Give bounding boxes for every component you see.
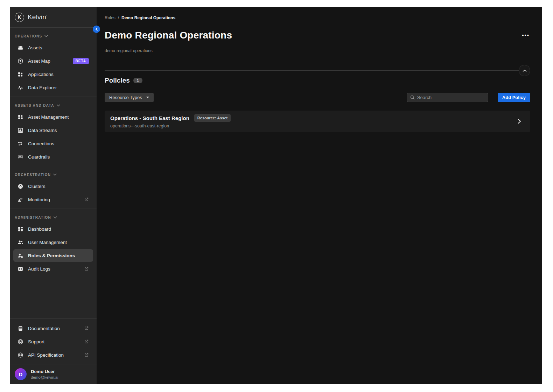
sidebar-item-assets[interactable]: Assets <box>13 41 93 54</box>
chevron-up-icon <box>523 69 527 72</box>
sidebar-item-label: Data Streams <box>28 128 57 133</box>
user-name: Demo User <box>31 369 58 374</box>
main-content: Roles / Demo Regional Operations Demo Re… <box>97 7 542 384</box>
policy-slug: operations---south-east-region <box>110 124 231 128</box>
sidebar-item-api-specification[interactable]: API Specification <box>13 349 93 361</box>
breadcrumb: Roles / Demo Regional Operations <box>105 15 530 20</box>
external-link-icon <box>84 352 89 357</box>
external-link-icon <box>84 197 89 202</box>
user-gear-icon <box>18 253 23 259</box>
sidebar-footer: Documentation Support <box>10 318 97 384</box>
sidebar-item-data-explorer[interactable]: Data Explorer <box>13 81 93 94</box>
breadcrumb-roles-link[interactable]: Roles <box>105 15 115 20</box>
sidebar-item-asset-management[interactable]: Asset Management <box>13 111 93 123</box>
app-window: 'K Kelvin° OPERATIONS Assets Asset Map <box>10 7 542 384</box>
monitoring-chart-icon <box>18 197 23 203</box>
toolbar-separator <box>493 91 493 104</box>
sidebar-item-label: Assets <box>28 45 42 50</box>
section-header-operations[interactable]: OPERATIONS <box>10 32 97 40</box>
breadcrumb-current: Demo Regional Operations <box>121 15 175 20</box>
sidebar-item-guardrails[interactable]: Guardrails <box>13 150 93 163</box>
page-title: Demo Regional Operations <box>105 28 232 43</box>
breadcrumb-separator: / <box>118 15 119 20</box>
chevron-right-icon <box>518 119 521 124</box>
section-header-orchestration[interactable]: ORCHESTRATION <box>10 170 97 179</box>
search-icon <box>410 95 415 100</box>
sidebar-item-label: Guardrails <box>28 154 50 160</box>
policy-row[interactable]: Operations - South East Region Resource:… <box>105 111 530 132</box>
waveform-icon <box>18 85 23 91</box>
sidebar-item-label: Asset Map <box>28 58 50 64</box>
sidebar-item-label: Connections <box>28 141 54 146</box>
document-icon <box>18 326 23 331</box>
sidebar-item-label: Clusters <box>28 184 46 189</box>
chevron-down-icon <box>54 216 57 218</box>
dashboard-icon <box>18 226 23 232</box>
sidebar-item-data-streams[interactable]: Data Streams <box>13 124 93 136</box>
sidebar-section-assets-and-data: ASSETS AND DATA Asset Management Data St… <box>10 97 97 166</box>
external-link-icon <box>84 339 89 344</box>
resource-types-label: Resource Types <box>109 95 142 100</box>
sidebar: 'K Kelvin° OPERATIONS Assets Asset Map <box>10 7 97 384</box>
bar-chart-box-icon <box>18 127 23 133</box>
policy-title: Operations - South East Region <box>110 115 189 121</box>
sidebar-collapse-button[interactable] <box>93 26 100 33</box>
search-input[interactable] <box>417 95 485 100</box>
sidebar-item-label: User Management <box>28 240 67 245</box>
sidebar-item-label: Support <box>28 339 44 344</box>
chevron-down-icon <box>53 174 57 176</box>
lifebuoy-icon <box>18 339 23 345</box>
resource-types-dropdown[interactable]: Resource Types <box>105 93 154 102</box>
sidebar-item-asset-map[interactable]: Asset Map BETA <box>13 55 93 67</box>
sidebar-item-label: Monitoring <box>28 197 50 202</box>
avatar: D <box>15 368 27 380</box>
user-menu[interactable]: D Demo User demo@kelvin.ai <box>10 364 97 384</box>
section-header-administration[interactable]: ADMINISTRATION <box>10 213 97 222</box>
section-header-assets-and-data[interactable]: ASSETS AND DATA <box>10 101 97 110</box>
sidebar-item-documentation[interactable]: Documentation <box>13 322 93 335</box>
sidebar-item-label: Audit Logs <box>28 266 50 272</box>
sidebar-item-label: Documentation <box>28 326 60 331</box>
sidebar-item-audit-logs[interactable]: Audit Logs <box>13 262 93 275</box>
cluster-icon <box>18 183 23 189</box>
section-label: ADMINISTRATION <box>15 216 51 219</box>
sidebar-item-label: Data Explorer <box>28 85 57 90</box>
sidebar-item-user-management[interactable]: User Management <box>13 236 93 248</box>
api-icon <box>18 352 23 358</box>
sidebar-item-connections[interactable]: Connections <box>13 137 93 150</box>
kebab-menu-button[interactable]: ••• <box>521 32 530 39</box>
section-label: OPERATIONS <box>15 34 42 38</box>
divider-line <box>105 70 519 71</box>
kelvin-logo-icon: 'K <box>15 13 24 22</box>
users-icon <box>18 239 23 245</box>
route-icon <box>18 141 23 147</box>
header-divider <box>105 65 530 76</box>
beta-badge: BETA <box>73 58 89 64</box>
sidebar-section-orchestration: ORCHESTRATION Clusters Monitoring <box>10 166 97 209</box>
globe-compass-icon <box>18 58 23 64</box>
sidebar-item-label: Applications <box>28 72 54 77</box>
collapse-header-button[interactable] <box>519 65 530 76</box>
chevron-down-icon <box>44 35 48 37</box>
sidebar-item-monitoring[interactable]: Monitoring <box>13 193 93 206</box>
sidebar-item-clusters[interactable]: Clusters <box>13 180 93 192</box>
brand-logo[interactable]: 'K Kelvin° <box>10 7 97 27</box>
brand-name: Kelvin° <box>28 13 47 21</box>
barrier-icon <box>18 154 23 160</box>
sidebar-item-roles-permissions[interactable]: Roles & Permissions <box>13 249 93 262</box>
sidebar-item-dashboard[interactable]: Dashboard <box>13 223 93 235</box>
factory-icon <box>18 45 23 51</box>
sidebar-item-applications[interactable]: Applications <box>13 68 93 80</box>
dropdown-caret-icon <box>146 97 149 98</box>
sidebar-item-label: Asset Management <box>28 114 69 120</box>
sidebar-item-label: Dashboard <box>28 226 51 232</box>
sidebar-item-support[interactable]: Support <box>13 335 93 348</box>
sidebar-item-label: API Specification <box>28 352 64 358</box>
section-label: ORCHESTRATION <box>15 173 51 177</box>
add-policy-button[interactable]: Add Policy <box>498 93 530 102</box>
search-box[interactable] <box>407 93 488 102</box>
policies-heading: Policies <box>105 77 130 84</box>
asset-management-icon <box>18 114 23 120</box>
sidebar-item-label: Roles & Permissions <box>28 253 75 258</box>
app-grid-icon <box>18 71 23 77</box>
